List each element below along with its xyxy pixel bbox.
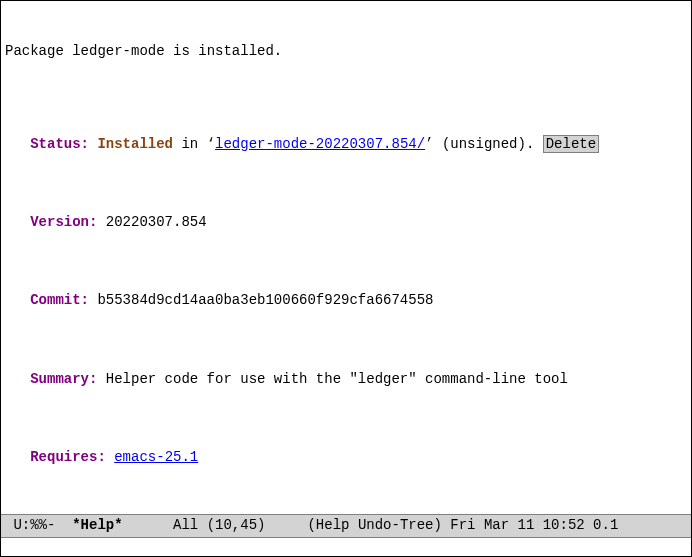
requires-label: Requires: — [5, 448, 106, 468]
commit-label: Commit: — [5, 291, 89, 311]
summary-value: Helper code for use with the "ledger" co… — [97, 371, 567, 387]
package-title: Package ledger-mode is installed. — [5, 42, 687, 62]
summary-row: Summary: Helper code for use with the "l… — [5, 370, 687, 390]
unsigned-text: (unsigned). — [434, 136, 543, 152]
commit-value: b55384d9cd14aa0ba3eb100660f929cfa6674558 — [89, 292, 433, 308]
package-dir-link[interactable]: ledger-mode-20220307.854/ — [215, 136, 425, 152]
status-row: Status: Installed in ‘ledger-mode-202203… — [5, 135, 687, 155]
echo-area[interactable] — [1, 538, 691, 556]
version-value: 20220307.854 — [97, 214, 206, 230]
help-buffer[interactable]: Package ledger-mode is installed. Status… — [1, 1, 691, 514]
status-label: Status: — [5, 135, 89, 155]
buffer-name: *Help* — [72, 517, 122, 533]
requires-row: Requires: emacs-25.1 — [5, 448, 687, 468]
summary-label: Summary: — [5, 370, 97, 390]
modeline-left: U:%%- — [5, 517, 72, 533]
version-label: Version: — [5, 213, 97, 233]
commit-row: Commit: b55384d9cd14aa0ba3eb100660f929cf… — [5, 291, 687, 311]
emacs-frame: Package ledger-mode is installed. Status… — [0, 0, 692, 557]
version-row: Version: 20220307.854 — [5, 213, 687, 233]
requires-link[interactable]: emacs-25.1 — [114, 449, 198, 465]
modeline-mid: All (10,45) (Help Undo-Tree) Fri Mar 11 … — [123, 517, 619, 533]
status-in-text: in — [173, 136, 207, 152]
status-value: Installed — [97, 136, 173, 152]
delete-button[interactable]: Delete — [543, 135, 599, 153]
mode-line[interactable]: U:%%- *Help* All (10,45) (Help Undo-Tree… — [1, 514, 691, 538]
